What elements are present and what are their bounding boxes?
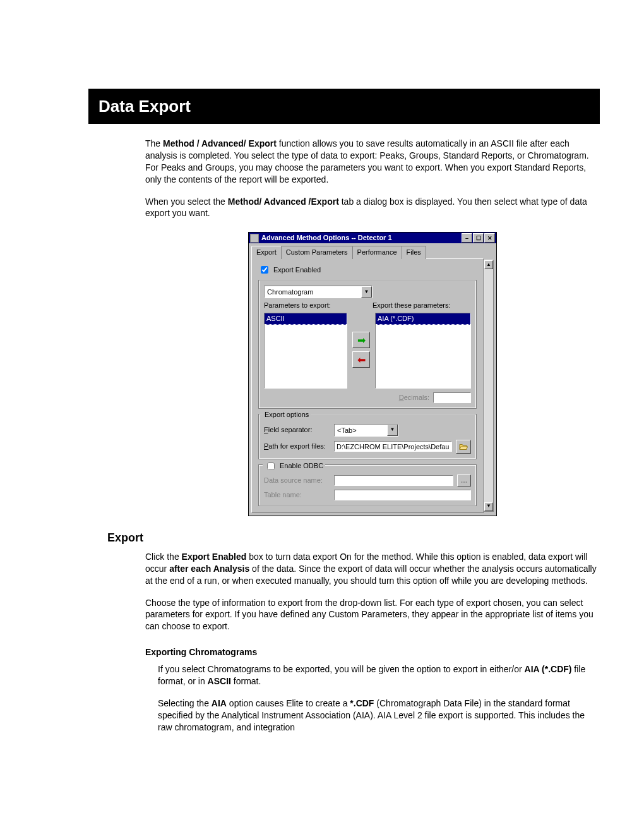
export-paragraph-2: Choose the type of information to export… bbox=[145, 597, 600, 633]
text: If you select Chromatograms to be export… bbox=[158, 664, 525, 674]
text-bold: Export Enabled bbox=[182, 552, 247, 562]
subsection-heading-chromatograms: Exporting Chromatograms bbox=[145, 646, 600, 658]
dropdown-value: Chromatogram bbox=[265, 286, 361, 298]
intro-paragraph-1: The Method / Advanced/ Export function a… bbox=[145, 138, 600, 186]
text-bold: AIA (*.CDF) bbox=[525, 664, 572, 674]
export-type-dropdown[interactable]: Chromatogram ▼ bbox=[264, 286, 373, 298]
dropdown-value: <Tab> bbox=[335, 425, 387, 436]
text: Selecting the bbox=[158, 698, 212, 708]
field-separator-dropdown[interactable]: <Tab> ▼ bbox=[334, 424, 398, 437]
scroll-up-icon[interactable]: ▲ bbox=[484, 260, 493, 269]
list-item[interactable]: ASCII bbox=[265, 313, 347, 325]
chromatogram-paragraph-2: Selecting the AIA option causes Elite to… bbox=[158, 698, 600, 734]
text-bold: ASCII bbox=[208, 676, 231, 686]
text-bold: after each Analysis bbox=[169, 564, 249, 574]
chevron-down-icon[interactable]: ▼ bbox=[361, 286, 372, 298]
text: format. bbox=[231, 676, 261, 686]
dialog-titlebar[interactable]: Advanced Method Options -- Detector 1 – … bbox=[249, 233, 496, 243]
enable-odbc-checkbox[interactable]: Enable ODBC bbox=[265, 461, 323, 472]
path-for-export-files-label: Path for export files: bbox=[264, 442, 330, 451]
decimals-label: Decimals: bbox=[399, 393, 429, 402]
remove-parameter-button[interactable]: ⬅ bbox=[352, 351, 370, 368]
minimize-button[interactable]: – bbox=[462, 233, 472, 243]
text: The bbox=[145, 138, 163, 148]
arrow-right-icon: ➡ bbox=[357, 334, 366, 348]
export-these-parameters-label: Export these parameters: bbox=[373, 301, 471, 310]
text-bold: Method / Advanced/ Export bbox=[163, 138, 277, 148]
scroll-down-icon[interactable]: ▼ bbox=[484, 502, 493, 511]
system-icon bbox=[250, 234, 259, 243]
intro-paragraph-2: When you select the Method/ Advanced /Ex… bbox=[145, 196, 600, 220]
list-item[interactable]: AIA (*.CDF) bbox=[376, 313, 470, 325]
table-name-label: Table name: bbox=[264, 490, 330, 500]
page-title: Data Export bbox=[88, 88, 600, 124]
tab-export[interactable]: Export bbox=[251, 246, 282, 259]
browse-data-source-button[interactable]: … bbox=[457, 474, 471, 486]
browse-folder-button[interactable] bbox=[456, 440, 471, 454]
tab-performance[interactable]: Performance bbox=[352, 246, 402, 259]
parameters-available-list[interactable]: ASCII bbox=[264, 313, 347, 389]
export-paragraph-1: Click the Export Enabled box to turn dat… bbox=[145, 551, 600, 587]
close-button[interactable]: ✕ bbox=[484, 233, 495, 243]
text: option causes Elite to create a bbox=[227, 698, 350, 708]
decimals-input[interactable] bbox=[433, 392, 471, 403]
checkbox-label: Enable ODBC bbox=[280, 461, 323, 471]
checkbox-label: Export Enabled bbox=[273, 265, 321, 275]
text-bold: AIA bbox=[212, 698, 227, 708]
tab-files[interactable]: Files bbox=[402, 246, 426, 259]
parameters-selected-list[interactable]: AIA (*.CDF) bbox=[375, 313, 471, 389]
parameters-to-export-label: Parameters to export: bbox=[264, 301, 346, 310]
maximize-button[interactable]: ☐ bbox=[473, 233, 484, 243]
folder-open-icon bbox=[459, 443, 468, 450]
section-heading-export: Export bbox=[107, 531, 600, 545]
data-source-name-input[interactable] bbox=[334, 475, 453, 486]
enable-odbc-group: Enable ODBC bbox=[263, 461, 325, 473]
data-source-name-label: Data source name: bbox=[264, 476, 330, 485]
export-options-group: Export options bbox=[263, 410, 311, 420]
text: When you select the bbox=[145, 196, 228, 207]
chevron-down-icon[interactable]: ▼ bbox=[387, 425, 398, 436]
text: Click the bbox=[145, 552, 182, 562]
dialog-title: Advanced Method Options -- Detector 1 bbox=[261, 233, 461, 243]
text-bold: *.CDF bbox=[350, 698, 374, 708]
arrow-left-icon: ⬅ bbox=[357, 353, 366, 367]
export-path-input[interactable] bbox=[334, 441, 452, 452]
chromatogram-paragraph-1: If you select Chromatograms to be export… bbox=[158, 663, 600, 687]
export-enabled-checkbox[interactable]: Export Enabled bbox=[258, 264, 321, 275]
dialog-scrollbar[interactable]: ▲ ▼ bbox=[484, 260, 494, 512]
advanced-method-options-dialog: Advanced Method Options -- Detector 1 – … bbox=[248, 232, 497, 516]
table-name-input[interactable] bbox=[334, 490, 471, 500]
text-bold: Method/ Advanced /Export bbox=[228, 196, 339, 207]
dialog-tabs: Export Custom Parameters Performance Fil… bbox=[251, 246, 494, 259]
field-separator-label: Field separator: bbox=[264, 425, 330, 435]
add-parameter-button[interactable]: ➡ bbox=[352, 332, 370, 348]
tab-custom-parameters[interactable]: Custom Parameters bbox=[281, 246, 353, 259]
